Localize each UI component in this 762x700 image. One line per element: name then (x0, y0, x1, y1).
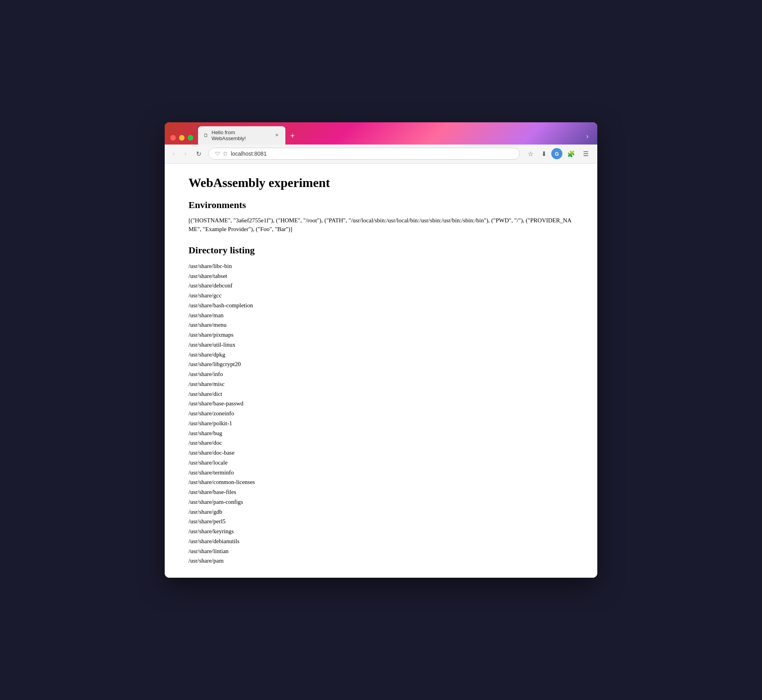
list-item: /usr/share/lintian (189, 546, 573, 556)
list-item: /usr/share/menu (189, 320, 573, 330)
pocket-icon[interactable]: ⬇ (538, 148, 550, 160)
tab-close-button[interactable]: ✕ (273, 132, 280, 139)
close-button[interactable] (170, 135, 176, 141)
list-item: /usr/share/doc (189, 438, 573, 448)
active-tab[interactable]: 🗋 Hello from WebAssembly! ✕ (198, 126, 285, 145)
traffic-lights (169, 135, 196, 145)
env-text: [("HOSTNAME", "3a6ef2755e1f"), ("HOME", … (189, 216, 573, 234)
list-item: /usr/share/locale (189, 458, 573, 468)
directory-heading: Directory listing (189, 245, 573, 256)
bookmark-icon[interactable]: ☆ (525, 148, 537, 160)
maximize-button[interactable] (188, 135, 193, 141)
page-icon: 🗋 (223, 151, 228, 156)
list-item: /usr/share/polkit-1 (189, 418, 573, 428)
list-item: /usr/share/libc-bin (189, 261, 573, 271)
back-button[interactable]: ‹ (170, 148, 177, 159)
new-tab-button[interactable]: + (287, 131, 298, 145)
environments-heading: Environments (189, 200, 573, 210)
browser-window: 🗋 Hello from WebAssembly! ✕ + › ‹ › ↻ 🛡 … (165, 122, 597, 578)
extensions-icon[interactable]: 🧩 (564, 148, 578, 160)
list-item: /usr/share/doc-base (189, 448, 573, 458)
list-item: /usr/share/tabset (189, 271, 573, 281)
list-item: /usr/share/base-passwd (189, 399, 573, 409)
directory-list: /usr/share/libc-bin/usr/share/tabset/usr… (189, 261, 573, 566)
list-item: /usr/share/gdb (189, 507, 573, 517)
tab-page-icon: 🗋 (204, 133, 208, 138)
tab-bar: 🗋 Hello from WebAssembly! ✕ + › (165, 122, 597, 145)
list-item: /usr/share/debianutils (189, 536, 573, 546)
window-menu-button[interactable]: › (586, 132, 593, 145)
list-item: /usr/share/dpkg (189, 350, 573, 360)
address-bar: ‹ › ↻ 🛡 🗋 localhost:8081 ☆ ⬇ G 🧩 ☰ (165, 145, 597, 164)
list-item: /usr/share/gcc (189, 291, 573, 301)
list-item: /usr/share/man (189, 310, 573, 320)
list-item: /usr/share/perl5 (189, 517, 573, 526)
list-item: /usr/share/dict (189, 389, 573, 399)
list-item: /usr/share/misc (189, 379, 573, 389)
list-item: /usr/share/keyrings (189, 526, 573, 536)
forward-button[interactable]: › (182, 148, 189, 159)
page-title: WebAssembly experiment (189, 175, 573, 190)
list-item: /usr/share/pam-configs (189, 497, 573, 507)
list-item: /usr/share/bash-completion (189, 301, 573, 310)
list-item: /usr/share/libgcrypt20 (189, 359, 573, 369)
address-input-container[interactable]: 🛡 🗋 localhost:8081 (208, 148, 520, 160)
menu-icon[interactable]: ☰ (580, 148, 592, 160)
shield-icon: 🛡 (215, 151, 220, 156)
list-item: /usr/share/zoneinfo (189, 409, 573, 418)
list-item: /usr/share/pixmaps (189, 330, 573, 340)
page-content: WebAssembly experiment Environments [("H… (165, 164, 597, 578)
tab-title: Hello from WebAssembly! (212, 129, 270, 141)
list-item: /usr/share/common-licenses (189, 477, 573, 487)
list-item: /usr/share/info (189, 369, 573, 379)
account-avatar[interactable]: G (551, 148, 562, 159)
list-item: /usr/share/pam (189, 556, 573, 566)
list-item: /usr/share/debconf (189, 281, 573, 291)
reload-button[interactable]: ↻ (194, 148, 204, 159)
list-item: /usr/share/terminfo (189, 468, 573, 478)
title-bar: 🗋 Hello from WebAssembly! ✕ + › ‹ › ↻ 🛡 … (165, 122, 597, 164)
list-item: /usr/share/bug (189, 428, 573, 438)
minimize-button[interactable] (179, 135, 185, 141)
url-text: localhost:8081 (231, 150, 267, 157)
list-item: /usr/share/util-linux (189, 340, 573, 350)
toolbar-icons: ☆ ⬇ G 🧩 ☰ (525, 148, 592, 160)
list-item: /usr/share/base-files (189, 487, 573, 497)
